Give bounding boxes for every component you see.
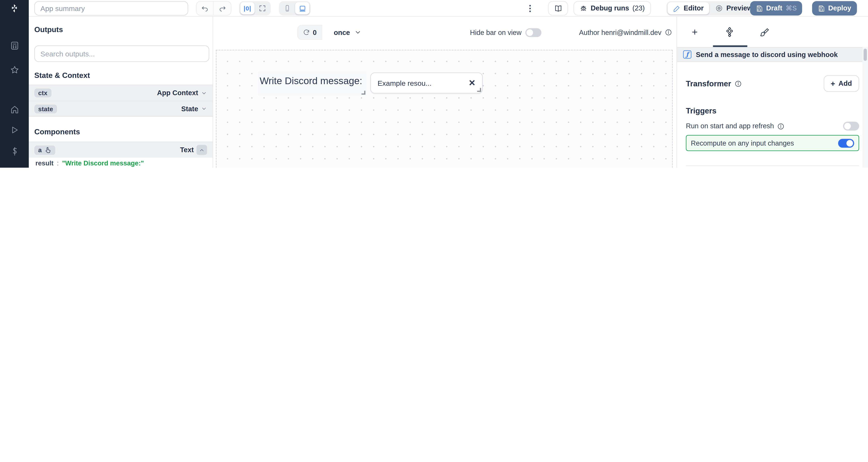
component-type-label: Text [180, 146, 194, 154]
outputs-title: Outputs [29, 26, 213, 34]
components-diamonds-icon [724, 27, 735, 37]
text-component-value: Write Discord message: [259, 75, 362, 87]
search-outputs-input[interactable] [34, 45, 209, 62]
save-icon [756, 5, 763, 12]
device-toggle-group [279, 1, 311, 16]
transformer-label: Transformer [686, 79, 731, 88]
apps-icon[interactable] [0, 37, 29, 54]
mobile-view-button[interactable] [280, 2, 294, 14]
undo-button[interactable] [196, 1, 214, 16]
pencil-icon [673, 5, 680, 12]
eye-icon [715, 4, 723, 12]
docs-button[interactable] [548, 1, 568, 16]
resource-select-component[interactable]: Example resou... ✕ [370, 72, 483, 94]
chevron-down-icon[interactable] [201, 106, 207, 112]
windmill-logo-icon[interactable] [0, 0, 29, 16]
inspector-tabs: + [677, 16, 868, 47]
components-title: Components [29, 128, 213, 136]
resize-handle[interactable] [477, 88, 481, 92]
insert-tab[interactable]: + [684, 24, 706, 40]
center-layout-button[interactable]: |0| [240, 2, 255, 14]
icon-rail [0, 0, 29, 168]
windmill-app-editor: |0| ⋮ Debug runs(23) Editor Preview Draf… [0, 0, 868, 168]
ctx-badge: ctx [34, 89, 51, 97]
divider [686, 165, 859, 166]
frequency-dropdown[interactable]: once [334, 29, 362, 36]
deploy-button[interactable]: Deploy [812, 1, 857, 16]
save-icon [817, 5, 825, 12]
undo-redo-group [196, 1, 231, 16]
component-inspector: + ƒ Send a message to discord using webh… [677, 16, 868, 168]
runs-icon[interactable] [0, 122, 29, 138]
outputs-panel: Outputs State & Context ctx App Context … [29, 16, 213, 168]
component-row-a[interactable]: a Text [29, 141, 213, 158]
redo-button[interactable] [214, 1, 231, 16]
style-tab[interactable] [753, 24, 776, 40]
draft-button[interactable]: Draft⌘S [750, 1, 802, 16]
paintbrush-icon [760, 27, 769, 37]
resources-icon[interactable] [0, 165, 29, 168]
add-transformer-button[interactable]: +Add [824, 75, 859, 92]
debug-runs-button[interactable]: Debug runs(23) [574, 1, 651, 16]
editor-tab[interactable]: Editor [668, 2, 709, 14]
chevron-down-icon [354, 29, 362, 36]
recompute-label: Recompute on any input changes [691, 139, 794, 147]
editor-preview-group: Editor Preview [666, 1, 759, 16]
refresh-icon [303, 29, 310, 36]
desktop-view-button[interactable] [295, 2, 309, 14]
chevron-down-icon[interactable] [201, 90, 207, 96]
ctx-type-label: App Context [157, 89, 198, 97]
star-icon[interactable] [0, 61, 29, 78]
inspector-title: Send a message to discord using webhook [696, 51, 838, 59]
clear-select-icon[interactable]: ✕ [469, 78, 475, 88]
info-icon[interactable] [777, 123, 785, 130]
fullwidth-layout-button[interactable] [255, 2, 270, 14]
author-label: Author henri@windmill.dev [579, 29, 661, 36]
canvas-toolbar: 0 once Hide bar on view Author henri@win… [213, 16, 677, 48]
ctx-row[interactable]: ctx App Context [29, 85, 213, 101]
recompute-row: Recompute on any input changes [686, 135, 859, 151]
select-value: Example resou... [377, 79, 432, 87]
hand-pointer-icon [44, 146, 52, 154]
resize-handle[interactable] [362, 91, 365, 95]
collapse-button[interactable] [196, 145, 207, 155]
home-icon[interactable] [0, 101, 29, 118]
hide-bar-label: Hide bar on view [470, 29, 522, 36]
app-summary-input[interactable] [34, 1, 188, 16]
app-surface[interactable]: Write Discord message: Example resou... … [216, 51, 672, 168]
active-tab-underline [713, 45, 747, 47]
info-icon[interactable] [665, 29, 672, 36]
settings-tab-active[interactable] [718, 24, 741, 40]
state-row[interactable]: state State [29, 101, 213, 117]
layout-toggle-group: |0| [239, 1, 271, 16]
triggers-title: Triggers [686, 106, 859, 115]
recompute-toggle[interactable] [838, 138, 854, 147]
inspector-scrollbar[interactable] [862, 47, 868, 168]
text-component[interactable]: Write Discord message: [258, 71, 367, 96]
app-canvas[interactable]: Write Discord message: Example resou... … [216, 50, 673, 168]
info-icon[interactable] [734, 80, 742, 87]
refresh-count-chip[interactable]: 0 [297, 25, 322, 40]
state-context-title: State & Context [29, 71, 213, 79]
inspector-header: ƒ Send a message to discord using webhoo… [677, 47, 868, 62]
run-on-start-label: Run on start and app refresh [686, 122, 774, 130]
function-icon: ƒ [683, 51, 691, 59]
hide-bar-toggle[interactable] [525, 28, 541, 37]
canvas-region: 0 once Hide bar on view Author henri@win… [213, 16, 677, 168]
state-type-label: State [181, 105, 198, 113]
variables-icon[interactable] [0, 143, 29, 159]
run-on-start-toggle[interactable] [843, 122, 859, 131]
top-toolbar: |0| ⋮ Debug runs(23) Editor Preview Draf… [29, 0, 868, 16]
more-menu-button[interactable]: ⋮ [526, 0, 534, 16]
state-badge: state [34, 104, 57, 113]
